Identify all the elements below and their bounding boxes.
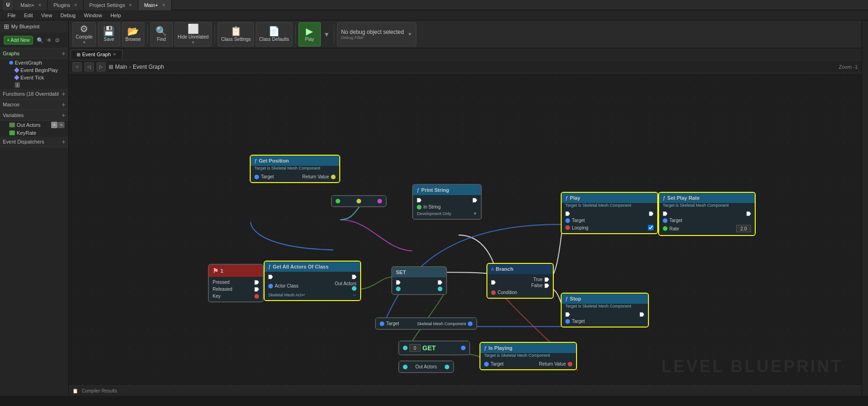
functions-add[interactable]: + (62, 90, 65, 98)
menu-file[interactable]: File (4, 12, 19, 19)
stop-exec-in[interactable] (565, 312, 570, 317)
branch-exec-in[interactable] (491, 280, 496, 285)
play-button[interactable]: ▶ Play (298, 22, 321, 46)
return-pin-out[interactable] (331, 175, 336, 179)
tab-main2[interactable]: Main+ ✕ (138, 0, 171, 10)
node-get-position[interactable]: ƒ Get Position Target is Skeletal Mesh C… (250, 155, 340, 183)
condition-pin[interactable] (491, 290, 496, 295)
node-stop[interactable]: ƒ Stop Target is Skeletal Mesh Component… (561, 293, 649, 327)
tree-1[interactable]: 1 (0, 81, 68, 89)
play-exec-out[interactable] (649, 211, 654, 216)
exec-out-pin[interactable] (473, 198, 477, 203)
concat-pin-yellow[interactable] (356, 199, 361, 203)
menu-help[interactable]: Help (107, 12, 125, 19)
set-in-pin[interactable] (396, 287, 401, 291)
spr-rate-pin[interactable] (663, 226, 667, 231)
node-branch[interactable]: ⑃ Branch True False (486, 263, 554, 299)
exec-in[interactable] (268, 275, 273, 279)
find-button[interactable]: 🔍 Find (150, 22, 173, 46)
dispatchers-add[interactable]: + (62, 138, 65, 145)
set-out-pin[interactable] (438, 287, 442, 291)
spr-exec-out[interactable] (746, 211, 751, 216)
tab-main2-close[interactable]: ✕ (162, 3, 166, 7)
menu-window[interactable]: Window (80, 12, 106, 19)
tree-eventtick[interactable]: Event Tick (0, 74, 68, 81)
functions-section[interactable]: Functions (18 Overridabl + (0, 89, 68, 99)
stop-exec-out[interactable] (640, 312, 644, 317)
node-get[interactable]: GET (398, 341, 470, 355)
get-index-input[interactable] (409, 344, 421, 352)
add-new-button[interactable]: + Add New (4, 36, 33, 45)
spr-target-pin[interactable] (663, 218, 667, 223)
tab-project-settings[interactable]: Project Settings ✕ (84, 0, 138, 10)
looping-checkbox[interactable] (648, 225, 654, 230)
instring-pin[interactable] (417, 205, 421, 210)
set-exec-out[interactable] (438, 280, 442, 285)
menu-debug[interactable]: Debug (57, 12, 79, 19)
tree-keyrate[interactable]: KeyRate (0, 129, 68, 137)
play-exec-in[interactable] (565, 211, 570, 216)
skeletal-return-pin[interactable] (468, 321, 473, 326)
tree-beginplay[interactable]: Event BeginPlay (0, 66, 68, 74)
spr-exec-in[interactable] (663, 211, 667, 216)
released-pin[interactable] (254, 287, 259, 292)
class-defaults-button[interactable]: 📄 Class Defaults (256, 22, 292, 46)
tab-main1[interactable]: Main+ ✕ (15, 0, 48, 10)
canvas[interactable]: ƒ Get Position Target is Skeletal Mesh C… (69, 73, 862, 386)
is-playing-target-pin[interactable] (484, 362, 489, 367)
macros-section[interactable]: Macros + (0, 99, 68, 110)
key-pin[interactable] (254, 294, 259, 299)
out-actors-get-pin[interactable] (403, 365, 408, 369)
tree-outactors[interactable]: Out Actors 👁 ✎ (0, 121, 68, 129)
hide-unrelated-button[interactable]: ⬜ Hide Unrelated ▼ (175, 22, 212, 46)
tab-plugins-close[interactable]: ✕ (74, 3, 78, 7)
breadcrumb-main[interactable]: Main (115, 64, 127, 70)
get-out-pin[interactable] (461, 346, 466, 350)
exec-out[interactable] (352, 275, 356, 279)
save-button[interactable]: 💾 Save (98, 22, 120, 46)
graph-tab-event[interactable]: ⊞ Event Graph ✕ (71, 50, 123, 59)
out-actors-pin[interactable] (352, 286, 356, 291)
actor-class-pin[interactable] (268, 284, 273, 288)
is-playing-return-pin[interactable] (568, 362, 572, 367)
tree-eventgraph[interactable]: EventGraph (0, 59, 68, 66)
back-button[interactable]: ◁ (84, 62, 94, 72)
event-dispatchers-section[interactable]: Event Dispatchers + (0, 137, 68, 147)
tab-main1-close[interactable]: ✕ (38, 3, 42, 7)
macros-add[interactable]: + (62, 101, 65, 108)
menu-view[interactable]: View (38, 12, 56, 19)
node-set-play-rate[interactable]: ƒ Set Play Rate Target is Skeletal Mesh … (658, 192, 756, 236)
tab-project-settings-close[interactable]: ✕ (129, 3, 132, 7)
star-button[interactable]: ☆ (72, 62, 82, 72)
outactors-eye[interactable]: 👁 (51, 122, 58, 128)
graph-tab-close[interactable]: ✕ (113, 52, 117, 57)
node-is-playing[interactable]: ƒ Is Playing Target is Skeletal Mesh Com… (479, 342, 577, 370)
play-dropdown-arrow[interactable]: ▼ (324, 31, 330, 38)
forward-button[interactable]: ▷ (97, 62, 106, 72)
rate-input[interactable]: 2.0 (736, 225, 751, 232)
variables-add[interactable]: + (62, 111, 65, 119)
play-looping-pin[interactable] (565, 225, 570, 230)
node-key1[interactable]: ⚑ 1 Pressed Released Key (208, 264, 264, 302)
set-exec-in[interactable] (396, 280, 401, 285)
node-print-string[interactable]: ƒ Print String In String (412, 184, 482, 220)
node-set[interactable]: SET (391, 266, 447, 295)
outactors-edit[interactable]: ✎ (58, 122, 65, 128)
tab-plugins[interactable]: Plugins ✕ (48, 0, 84, 10)
compile-button[interactable]: ⚙ Compile ▼ (72, 22, 96, 46)
debug-selector[interactable]: No debug object selected Debug Filter ▼ (337, 22, 416, 46)
get-array-pin[interactable] (403, 346, 408, 350)
menu-edit[interactable]: Edit (20, 12, 37, 19)
pressed-pin[interactable] (254, 280, 259, 285)
class-settings-button[interactable]: 📋 Class Settings (218, 22, 254, 46)
node-out-actors-get[interactable]: Out Actors (398, 360, 454, 373)
variables-section[interactable]: Variables + (0, 110, 68, 121)
exec-in-pin[interactable] (417, 198, 421, 203)
skeletal-target-pin[interactable] (380, 321, 384, 326)
eye-icon[interactable]: 👁 (45, 36, 53, 45)
node-concat[interactable] (331, 195, 387, 207)
node-get-all-actors[interactable]: ƒ Get All Actors Of Class Actor Class (264, 261, 361, 301)
graphs-add[interactable]: + (62, 50, 65, 57)
compiler-results-label[interactable]: Compiler Results (82, 388, 117, 393)
false-pin[interactable] (544, 283, 549, 288)
